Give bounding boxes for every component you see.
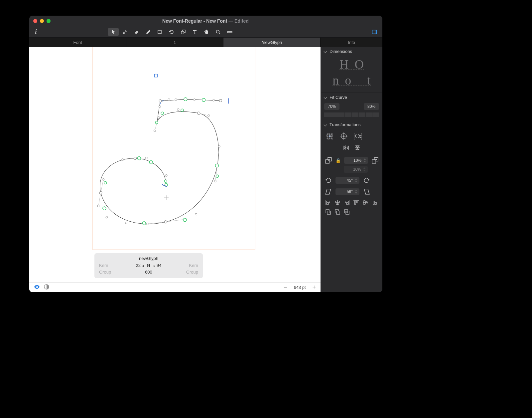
boolean-subtract-icon[interactable]	[334, 209, 341, 215]
svg-point-65	[328, 134, 328, 134]
fitcurve-high-input[interactable]: 80%	[364, 103, 379, 110]
text-tool-button[interactable]	[190, 28, 200, 36]
zoom-out-button[interactable]: −	[284, 284, 287, 291]
svg-point-56	[159, 100, 162, 102]
tab-edit-newglyph[interactable]: /newGlyph	[223, 38, 321, 47]
stepper-icon[interactable]	[363, 167, 366, 171]
appearance-toggle-icon[interactable]	[44, 284, 49, 291]
tab-label: 1	[174, 40, 176, 45]
stepper-icon[interactable]	[355, 178, 357, 182]
tab-bar: Font 1 /newGlyph Info	[29, 38, 382, 47]
svg-rect-90	[354, 201, 356, 204]
toggle-sidebar-button[interactable]	[369, 28, 380, 36]
slant-angle-input[interactable]: 56°	[335, 188, 359, 195]
svg-point-35	[168, 99, 170, 101]
align-vcenter-icon[interactable]	[362, 199, 369, 206]
transform-origin-reticle-icon[interactable]	[340, 132, 347, 140]
svg-point-62	[36, 286, 38, 288]
svg-rect-97	[375, 202, 376, 204]
smooth-nodes[interactable]	[103, 98, 219, 225]
svg-point-72	[330, 138, 330, 138]
transformations-header[interactable]: Transformations	[321, 120, 382, 129]
zoom-level-label[interactable]: 643 pt	[291, 285, 308, 290]
fitcurve-slider[interactable]	[324, 112, 379, 117]
transform-metrics-icon[interactable]: Cx	[354, 132, 362, 140]
zoom-in-button[interactable]: +	[312, 284, 316, 291]
tab-info[interactable]: Info	[321, 38, 382, 47]
svg-point-49	[142, 222, 146, 225]
section-title: Transformations	[330, 122, 360, 127]
svg-point-68	[328, 136, 328, 136]
lock-icon[interactable]: 🔒	[335, 157, 341, 164]
scale-down-icon[interactable]	[325, 157, 332, 164]
preview-glyph-H: H	[339, 58, 348, 71]
glyph-info-box: newGlyph Kern 22 ◂ H ▸ 94 Kern Grou	[94, 253, 203, 278]
rotate-cw-icon[interactable]	[363, 177, 370, 184]
rotate-tool-button[interactable]	[166, 28, 177, 36]
erase-tool-button[interactable]	[131, 28, 142, 36]
pencil-tool-button[interactable]	[143, 28, 154, 36]
svg-rect-91	[356, 201, 358, 203]
left-kern-label: Kern	[99, 262, 108, 269]
svg-rect-96	[373, 201, 374, 204]
transform-origin-grid-icon[interactable]	[326, 132, 333, 140]
glyph-path[interactable]	[100, 99, 221, 224]
boolean-union-icon[interactable]	[325, 209, 332, 215]
rsb-value[interactable]: 94	[157, 262, 161, 269]
boolean-intersect-icon[interactable]	[343, 209, 350, 215]
rotate-ccw-icon[interactable]	[325, 177, 332, 184]
mirror-vertical-icon[interactable]	[354, 144, 361, 152]
scale-tool-button[interactable]	[178, 28, 189, 36]
measure-tool-button[interactable]	[224, 28, 235, 36]
align-right-icon[interactable]	[343, 199, 350, 206]
fitcurve-low-input[interactable]: 70%	[324, 103, 339, 110]
font-info-button[interactable]: i	[32, 28, 40, 35]
rotate-angle-input[interactable]: 45°	[335, 177, 359, 184]
preview-glyph-O: O	[355, 58, 364, 71]
svg-point-53	[149, 161, 153, 164]
align-left-icon[interactable]	[325, 199, 332, 206]
lsb-value[interactable]: 22	[136, 262, 141, 269]
slant-left-icon[interactable]	[325, 188, 332, 195]
tab-label: Info	[348, 40, 355, 45]
scale-y-input[interactable]: 10%	[344, 166, 368, 173]
svg-point-44	[161, 112, 164, 114]
window-minimize-button[interactable]	[40, 19, 44, 23]
tab-font[interactable]: Font	[29, 38, 126, 47]
stepper-icon[interactable]	[363, 158, 366, 162]
width-value[interactable]: 600	[145, 269, 152, 276]
mirror-horizontal-icon[interactable]	[343, 144, 349, 152]
stepper-icon[interactable]	[355, 190, 357, 194]
preview-glyph-o: o	[345, 74, 351, 87]
tab-edit-1[interactable]: 1	[126, 38, 223, 47]
align-buttons	[321, 197, 382, 217]
svg-point-33	[145, 157, 147, 159]
svg-point-46	[215, 164, 218, 167]
scale-x-input[interactable]: 10%	[344, 157, 368, 164]
primitive-tool-button[interactable]	[155, 28, 165, 36]
offcurve-nodes[interactable]	[97, 99, 220, 225]
fitcurve-header[interactable]: Fit Curve	[321, 93, 382, 102]
window-close-button[interactable]	[33, 19, 37, 23]
anchor-marker[interactable]	[154, 74, 157, 77]
glyph-canvas[interactable]: newGlyph Kern 22 ◂ H ▸ 94 Kern Grou	[29, 47, 321, 282]
arrow-left-icon: ◂	[142, 263, 144, 268]
scale-up-icon[interactable]	[371, 157, 379, 164]
align-top-icon[interactable]	[353, 199, 359, 206]
transformations-section: Transformations Cx	[321, 120, 382, 292]
slant-right-icon[interactable]	[363, 188, 370, 195]
align-bottom-icon[interactable]	[371, 199, 378, 206]
svg-point-45	[181, 109, 184, 111]
svg-point-52	[137, 157, 141, 160]
svg-rect-88	[346, 203, 348, 204]
svg-point-39	[159, 105, 161, 107]
zoom-tool-button[interactable]	[213, 28, 223, 36]
dimensions-header[interactable]: Dimensions	[321, 47, 382, 56]
hand-tool-button[interactable]	[201, 28, 212, 36]
align-hcenter-icon[interactable]	[334, 199, 341, 206]
select-tool-button[interactable]	[108, 28, 119, 36]
draw-tool-button[interactable]	[120, 28, 130, 36]
preview-eye-icon[interactable]	[34, 285, 40, 290]
window-maximize-button[interactable]	[47, 19, 51, 23]
window-title: New Font-Regular - New Font — Edited	[53, 18, 358, 24]
